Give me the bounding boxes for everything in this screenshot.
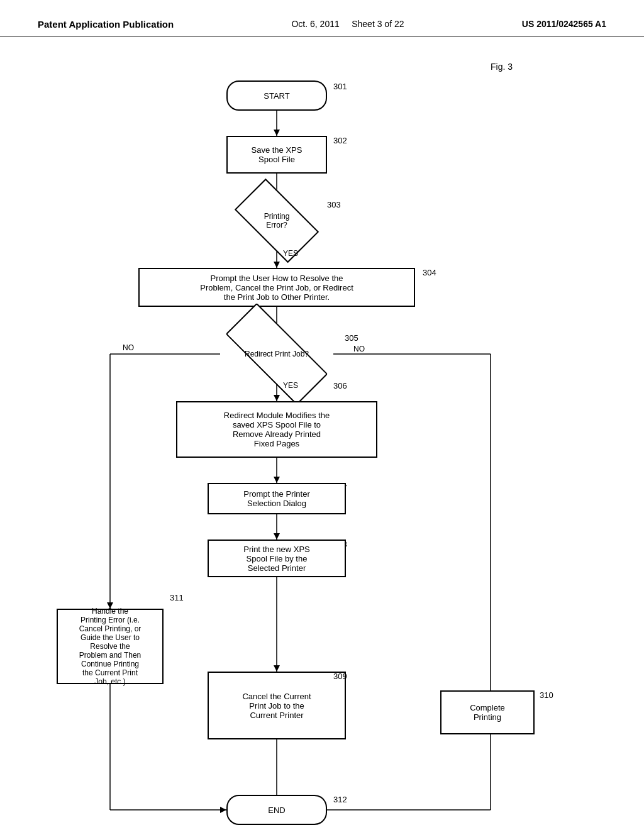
header-date: Oct. 6, 2011: [291, 19, 339, 29]
svg-marker-5: [274, 262, 280, 268]
ref-301: 301: [333, 82, 347, 91]
node-305: Redirect Print Job?: [220, 332, 333, 376]
flowchart-diagram: Fig. 3: [0, 43, 644, 816]
svg-marker-16: [274, 533, 280, 540]
ref-305: 305: [345, 333, 358, 343]
ref-310: 310: [540, 690, 553, 700]
svg-marker-12: [274, 395, 280, 401]
node-304: Prompt the User How to Resolve the Probl…: [138, 268, 415, 307]
ref-311: 311: [170, 593, 184, 602]
ref-302: 302: [333, 136, 347, 145]
svg-marker-24: [220, 807, 226, 813]
figure-label: Fig. 3: [491, 62, 513, 72]
no-label-305-left: NO: [123, 343, 134, 352]
ref-306-label: 306: [333, 381, 347, 390]
node-310: Complete Printing: [440, 690, 535, 734]
node-307: Prompt the Printer Selection Dialog: [208, 483, 346, 514]
start-node: START: [226, 80, 327, 111]
ref-303: 303: [327, 200, 341, 209]
page-header: Patent Application Publication Oct. 6, 2…: [0, 0, 644, 36]
node-309: Cancel the Current Print Job to the Curr…: [208, 672, 346, 739]
node-302: Save the XPS Spool File: [226, 136, 327, 174]
node-308: Print the new XPS Spool File by the Sele…: [208, 540, 346, 577]
svg-marker-18: [274, 665, 280, 672]
no-label-305-right: NO: [353, 345, 365, 353]
end-node: END: [226, 795, 327, 825]
ref-312: 312: [333, 795, 347, 804]
node-303: Printing Error?: [239, 199, 314, 243]
ref-304: 304: [423, 268, 436, 277]
yes-label-305: YES: [283, 381, 298, 390]
ref-309: 309: [333, 672, 347, 681]
svg-marker-1: [274, 130, 280, 136]
node-311: Handle the Printing Error (i.e. Cancel P…: [57, 609, 164, 684]
node-306: Redirect Module Modifies the saved XPS S…: [176, 401, 377, 458]
header-date-sheet: Oct. 6, 2011 Sheet 3 of 22: [291, 19, 404, 29]
yes-label-303: YES: [283, 249, 298, 258]
publication-title: Patent Application Publication: [38, 19, 174, 30]
patent-number: US 2011/0242565 A1: [522, 19, 606, 29]
header-sheet: Sheet 3 of 22: [352, 19, 404, 29]
svg-marker-14: [274, 477, 280, 483]
